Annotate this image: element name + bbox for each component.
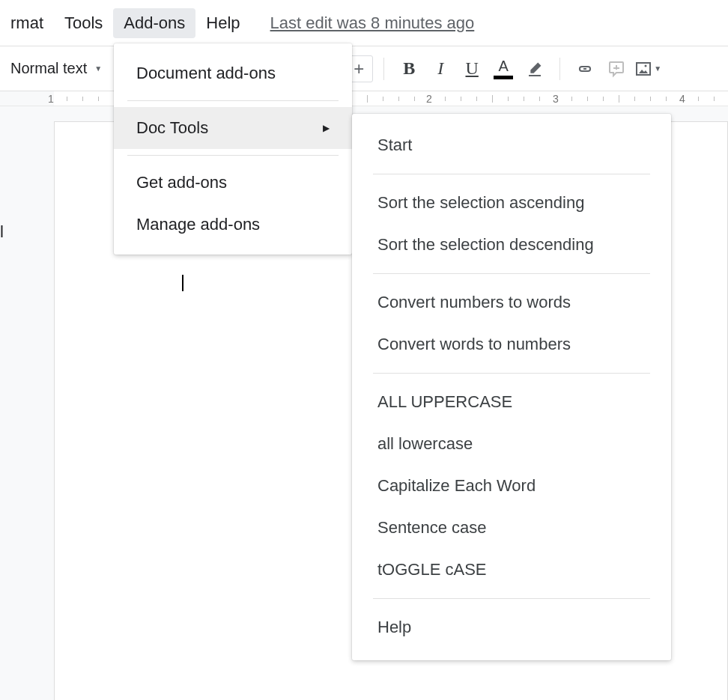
bold-icon: B	[403, 58, 415, 79]
comment-icon	[607, 60, 625, 78]
link-icon	[576, 60, 594, 78]
addons-dropdown: Document add-ons Doc Tools ▶ Get add-ons…	[114, 43, 352, 255]
menu-item-togglecase[interactable]: tOGGLE cASE	[352, 549, 671, 591]
last-edit-link[interactable]: Last edit was 8 minutes ago	[270, 13, 475, 33]
insert-image-button[interactable]: ▼	[634, 55, 662, 82]
menu-item-sentencecase[interactable]: Sentence case	[352, 507, 671, 549]
separator	[373, 373, 650, 374]
doctools-submenu: Start Sort the selection ascending Sort …	[352, 114, 671, 660]
ruler-number: 4	[679, 93, 685, 105]
menu-item-document-addons[interactable]: Document add-ons	[114, 52, 352, 94]
separator	[559, 58, 560, 80]
paragraph-style-label: Normal text	[10, 60, 87, 77]
menu-item-label: Sort the selection ascending	[377, 193, 584, 213]
italic-icon: I	[437, 58, 443, 79]
menu-item-manage-addons[interactable]: Manage add-ons	[114, 204, 352, 246]
separator	[127, 100, 339, 101]
text-caret	[182, 275, 183, 291]
menu-addons[interactable]: Add-ons	[113, 8, 195, 38]
ruler[interactable]: 1 2 3 4	[0, 91, 728, 106]
svg-point-0	[645, 64, 647, 67]
menu-format[interactable]: rmat	[0, 8, 54, 38]
menu-item-label: Help	[377, 618, 411, 637]
highlight-color-button[interactable]	[521, 55, 549, 82]
menu-item-label: Document add-ons	[136, 64, 276, 83]
menu-item-num-to-words[interactable]: Convert numbers to words	[352, 281, 671, 323]
underline-icon: U	[465, 58, 478, 79]
color-bar	[494, 76, 513, 79]
menu-item-doc-tools[interactable]: Doc Tools ▶	[114, 107, 352, 149]
menu-item-label: all lowercase	[377, 434, 473, 454]
text-color-icon: A	[498, 58, 508, 75]
menu-item-label: Get add-ons	[136, 173, 227, 192]
menu-item-words-to-num[interactable]: Convert words to numbers	[352, 323, 671, 365]
ruler-number: 1	[48, 93, 54, 105]
menu-item-label: Capitalize Each Word	[377, 476, 536, 496]
menu-item-lowercase[interactable]: all lowercase	[352, 423, 671, 465]
menubar: rmat Tools Add-ons Help Last edit was 8 …	[0, 0, 728, 46]
menu-item-doctools-help[interactable]: Help	[352, 606, 671, 648]
image-icon	[634, 60, 652, 78]
menu-item-sort-asc[interactable]: Sort the selection ascending	[352, 182, 671, 224]
menu-item-label: Doc Tools	[136, 118, 208, 138]
toolbar: Normal text ▼ + B I U A ▼	[0, 46, 728, 91]
caret-down-icon: ▼	[94, 64, 102, 73]
highlighter-icon	[526, 60, 544, 78]
menu-item-label: Convert numbers to words	[377, 293, 571, 312]
menu-item-uppercase[interactable]: ALL UPPERCASE	[352, 381, 671, 423]
text-color-button[interactable]: A	[489, 55, 518, 82]
submenu-arrow-icon: ▶	[323, 123, 330, 133]
menu-item-label: Start	[377, 136, 412, 155]
separator	[373, 273, 650, 274]
bold-button[interactable]: B	[395, 55, 423, 82]
separator	[383, 58, 384, 80]
underline-button[interactable]: U	[458, 55, 486, 82]
ruler-number: 3	[553, 93, 559, 105]
menu-item-label: Sentence case	[377, 518, 487, 538]
separator	[127, 155, 339, 156]
menu-item-label: tOGGLE cASE	[377, 560, 487, 579]
paragraph-style-dropdown[interactable]: Normal text ▼	[3, 55, 109, 82]
menu-item-get-addons[interactable]: Get add-ons	[114, 162, 352, 204]
separator	[373, 598, 650, 599]
menu-item-label: Sort the selection descending	[377, 235, 594, 255]
menu-item-label: Manage add-ons	[136, 215, 260, 234]
menu-tools[interactable]: Tools	[54, 8, 113, 38]
italic-button[interactable]: I	[426, 55, 455, 82]
menu-item-sort-desc[interactable]: Sort the selection descending	[352, 224, 671, 266]
add-comment-button[interactable]	[602, 55, 631, 82]
separator	[373, 174, 650, 174]
menu-item-capitalize[interactable]: Capitalize Each Word	[352, 465, 671, 507]
outline-fragment: l	[0, 222, 4, 242]
menu-item-start[interactable]: Start	[352, 124, 671, 166]
insert-link-button[interactable]	[571, 55, 599, 82]
menu-help[interactable]: Help	[195, 8, 250, 38]
menu-item-label: Convert words to numbers	[377, 335, 571, 354]
menu-item-label: ALL UPPERCASE	[377, 392, 512, 412]
ruler-number: 2	[426, 93, 432, 105]
caret-down-icon: ▼	[654, 64, 661, 73]
